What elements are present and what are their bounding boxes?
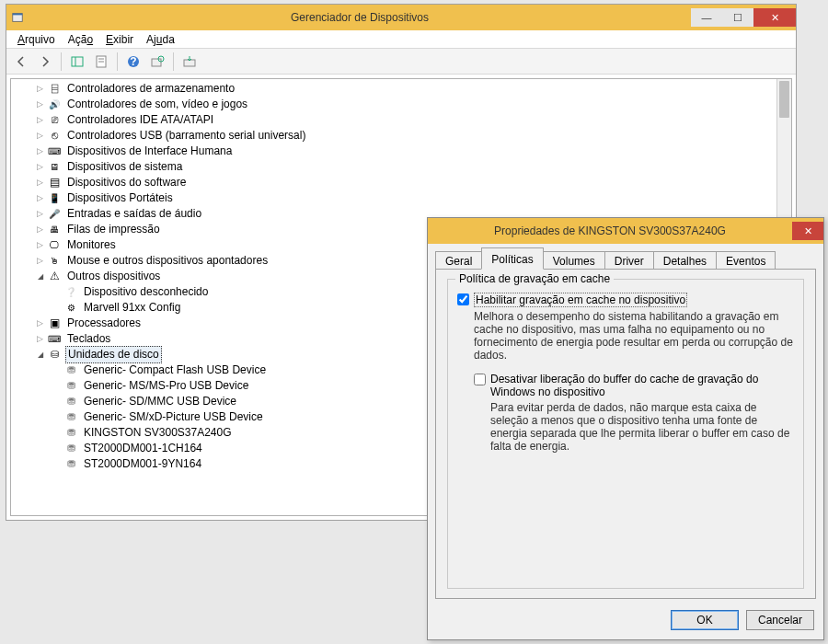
expand-icon[interactable] (35, 178, 45, 188)
system-device-icon (47, 160, 62, 175)
dialog-close-button[interactable]: ✕ (792, 222, 823, 240)
expand-icon[interactable] (35, 209, 45, 219)
tab-panel-policies: Política de gravação em cache Habilitar … (435, 269, 816, 599)
expand-icon[interactable] (35, 131, 45, 141)
expand-icon[interactable] (35, 193, 45, 203)
toolbar-separator (173, 52, 174, 71)
tab-strip: Geral Políticas Volumes Driver Detalhes … (435, 249, 816, 270)
hid-icon (47, 144, 62, 159)
expand-icon[interactable] (35, 84, 45, 94)
menu-action[interactable]: Ação (63, 31, 98, 48)
window-title: Gerenciador de Dispositivos (29, 11, 691, 24)
hard-disk-icon (63, 395, 78, 409)
svg-rect-2 (72, 57, 83, 66)
scroll-thumb[interactable] (779, 81, 789, 118)
menu-view[interactable]: Exibir (100, 31, 139, 48)
toolbar-separator (117, 52, 118, 71)
tree-node-portable[interactable]: Dispositivos Portáteis (11, 190, 791, 206)
expand-icon[interactable] (35, 240, 45, 250)
tree-node-usb[interactable]: Controladores USB (barramento serial uni… (11, 128, 791, 144)
expand-icon[interactable] (35, 146, 45, 156)
tab-details[interactable]: Detalhes (653, 251, 717, 270)
hard-disk-icon (63, 426, 78, 441)
disable-buffer-flush-row: Desativar liberação do buffer do cache d… (474, 373, 794, 398)
tree-node-ide[interactable]: Controladores IDE ATA/ATAPI (11, 112, 791, 128)
unknown-device-icon (63, 285, 78, 300)
collapse-icon[interactable] (35, 350, 45, 360)
expand-icon[interactable] (35, 99, 45, 109)
tab-policies[interactable]: Políticas (481, 247, 543, 270)
cancel-button[interactable]: Cancelar (746, 610, 814, 630)
expand-icon[interactable] (35, 162, 45, 172)
update-driver-button[interactable] (178, 51, 201, 73)
enable-write-cache-row: Habilitar gravação em cache no dispositi… (457, 293, 794, 307)
toolbar-separator (61, 52, 62, 71)
tab-volumes[interactable]: Volumes (543, 251, 605, 270)
menu-help[interactable]: Ajuda (141, 31, 180, 48)
expand-icon[interactable] (35, 334, 45, 344)
properties-dialog: Propriedades de KINGSTON SV300S37A240G ✕… (427, 217, 824, 640)
dialog-titlebar[interactable]: Propriedades de KINGSTON SV300S37A240G ✕ (428, 218, 823, 244)
tab-driver[interactable]: Driver (604, 251, 654, 270)
menu-bar: Arquivo Ação Exibir Ajuda (6, 30, 796, 49)
write-cache-groupbox: Política de gravação em cache Habilitar … (447, 279, 804, 589)
expand-icon[interactable] (35, 115, 45, 125)
monitor-icon (47, 238, 62, 253)
scan-hardware-button[interactable] (146, 51, 168, 73)
system-menu-icon[interactable] (6, 11, 29, 24)
ide-controller-icon (47, 113, 62, 128)
dialog-button-row: OK Cancelar (671, 610, 814, 630)
expand-icon[interactable] (35, 318, 45, 328)
ok-button[interactable]: OK (671, 610, 739, 630)
config-device-icon (63, 301, 78, 316)
tree-node-system[interactable]: Dispositivos de sistema (11, 159, 791, 175)
svg-text:?: ? (130, 55, 136, 68)
hard-disk-icon (63, 379, 78, 394)
disk-drives-icon (47, 348, 62, 362)
menu-file[interactable]: Arquivo (12, 31, 61, 48)
sound-controller-icon (47, 98, 62, 112)
minimize-button[interactable]: — (691, 8, 722, 27)
tree-node-software[interactable]: Dispositivos do software (11, 175, 791, 190)
keyboard-icon (47, 332, 62, 347)
software-device-icon (47, 176, 62, 190)
hard-disk-icon (63, 457, 78, 472)
portable-device-icon (47, 191, 62, 206)
disable-buffer-flush-checkbox[interactable] (474, 374, 486, 385)
svg-rect-1 (13, 14, 23, 16)
tree-node-sound[interactable]: Controladores de som, vídeo e jogos (11, 97, 791, 112)
enable-write-cache-label: Habilitar gravação em cache no dispositi… (474, 293, 687, 307)
titlebar[interactable]: Gerenciador de Dispositivos — ☐ ✕ (6, 5, 796, 30)
disable-buffer-flush-desc: Para evitar perda de dados, não marque e… (490, 401, 794, 453)
other-devices-icon (47, 270, 62, 284)
help-button[interactable]: ? (122, 51, 144, 73)
hard-disk-icon (63, 442, 78, 456)
hard-disk-icon (63, 410, 78, 425)
tree-node-hid[interactable]: Dispositivos de Interface Humana (11, 144, 791, 159)
tab-general[interactable]: Geral (435, 251, 482, 270)
svg-rect-9 (152, 59, 161, 66)
enable-write-cache-desc: Melhora o desempenho do sistema habilita… (474, 310, 794, 362)
processor-icon (47, 316, 62, 331)
dialog-title: Propriedades de KINGSTON SV300S37A240G (428, 224, 792, 237)
show-hide-console-tree-button[interactable] (66, 51, 88, 73)
expand-icon[interactable] (35, 256, 45, 266)
back-button[interactable] (10, 51, 32, 73)
collapse-icon[interactable] (35, 271, 45, 282)
properties-button[interactable] (90, 51, 112, 73)
hard-disk-icon (63, 363, 78, 378)
storage-controller-icon (47, 82, 62, 97)
maximize-button[interactable]: ☐ (722, 8, 753, 27)
enable-write-cache-checkbox[interactable] (457, 293, 469, 305)
groupbox-legend: Política de gravação em cache (455, 272, 614, 285)
close-button[interactable]: ✕ (753, 8, 796, 27)
usb-controller-icon (47, 129, 62, 144)
tree-node-storage[interactable]: Controladores de armazenamento (11, 81, 791, 97)
toolbar: ? (6, 49, 796, 75)
expand-icon[interactable] (35, 224, 45, 235)
tab-events[interactable]: Eventos (716, 251, 776, 270)
audio-io-icon (47, 207, 62, 222)
disable-buffer-flush-label: Desativar liberação do buffer do cache d… (490, 373, 794, 398)
forward-button[interactable] (34, 51, 56, 73)
print-queue-icon (47, 223, 62, 237)
